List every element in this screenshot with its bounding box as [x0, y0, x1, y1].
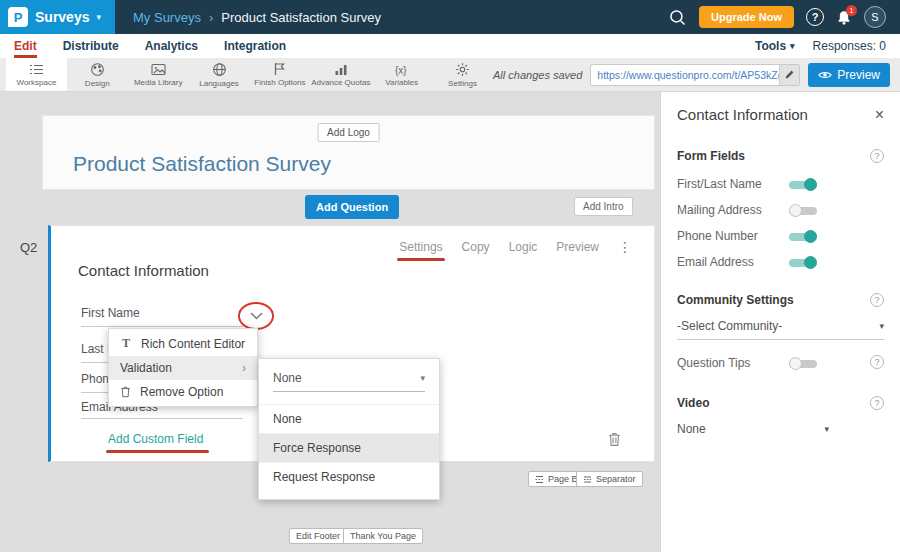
field-first-name-line: [81, 326, 243, 327]
question-number-label: Q2: [20, 240, 37, 255]
phone-number-toggle[interactable]: [789, 230, 817, 243]
toolbar-item-advance-quotas[interactable]: Advance Quotas: [310, 58, 371, 91]
breadcrumb-my-surveys[interactable]: My Surveys: [133, 10, 201, 25]
menu-item-remove-option[interactable]: Remove Option: [109, 380, 257, 404]
validation-option-force-response[interactable]: Force Response: [259, 433, 439, 462]
product-name-label: Surveys: [35, 9, 89, 25]
annotation-settings-underline: [397, 258, 444, 261]
help-icon[interactable]: ?: [870, 396, 884, 410]
toolbar-item-finish-options[interactable]: Finish Options: [250, 58, 311, 91]
question-action-logic[interactable]: Logic: [509, 240, 538, 254]
community-settings-section-header: Community Settings ?: [677, 293, 884, 307]
caret-down-icon: ▾: [420, 374, 425, 383]
sidebar-title: Contact Information: [677, 106, 808, 123]
email-address-toggle[interactable]: [789, 256, 817, 269]
add-custom-field-link[interactable]: Add Custom Field: [108, 432, 203, 446]
tab-integration[interactable]: Integration: [224, 34, 286, 58]
flag-icon: [273, 62, 286, 76]
add-intro-button[interactable]: Add Intro: [574, 197, 633, 216]
validation-option-request-response[interactable]: Request Response: [259, 462, 439, 491]
validation-option-none[interactable]: None: [259, 404, 439, 433]
tools-menu[interactable]: Tools▾: [755, 39, 795, 53]
help-icon[interactable]: ?: [870, 293, 884, 307]
search-icon[interactable]: [668, 8, 687, 27]
tab-distribute[interactable]: Distribute: [63, 34, 119, 58]
toolbar-right: All changes saved https://www.questionpr…: [493, 58, 900, 91]
text-format-icon: T: [120, 336, 132, 351]
toggle-row-phone-number: Phone Number: [677, 223, 884, 249]
field-context-menu: T Rich Content Editor Validation › Remov…: [108, 328, 258, 407]
close-icon[interactable]: ×: [875, 107, 884, 123]
pencil-icon: [784, 69, 795, 80]
toggle-row-email-address: Email Address: [677, 249, 884, 275]
menu-item-validation[interactable]: Validation ›: [109, 356, 257, 380]
help-icon[interactable]: ?: [870, 149, 884, 163]
page-break-icon: [535, 475, 544, 484]
question-action-settings[interactable]: Settings: [399, 240, 442, 254]
breadcrumb-current-survey: Product Satisfaction Survey: [221, 10, 381, 25]
surveys-product-menu[interactable]: P Surveys ▾: [0, 0, 115, 34]
toolbar-item-languages[interactable]: Languages: [189, 58, 250, 91]
svg-text:{x}: {x}: [395, 64, 407, 75]
question-action-preview[interactable]: Preview: [556, 240, 599, 254]
separator-icon: [583, 475, 592, 484]
community-select[interactable]: -Select Community- ▾: [677, 319, 884, 340]
video-select[interactable]: None ▾: [677, 422, 829, 436]
question-actions: Settings Copy Logic Preview ⋮: [399, 239, 632, 255]
caret-down-icon: ▾: [96, 13, 101, 22]
validation-select[interactable]: None ▾: [273, 371, 425, 392]
question-more-menu-icon[interactable]: ⋮: [618, 239, 632, 255]
help-button[interactable]: ?: [806, 8, 824, 26]
caret-down-icon: ▾: [790, 42, 795, 51]
tab-bar-right: Tools▾ Responses: 0: [755, 34, 886, 58]
field-first-name[interactable]: First Name: [81, 306, 140, 320]
field-options-chevron[interactable]: [247, 309, 265, 323]
toolbar-item-design[interactable]: Design: [67, 58, 128, 91]
edit-footer-button[interactable]: Edit Footer: [289, 528, 347, 544]
tab-analytics[interactable]: Analytics: [145, 34, 198, 58]
responses-count: Responses: 0: [813, 39, 886, 53]
caret-down-icon: ▾: [879, 322, 884, 331]
caret-down-icon: ▾: [824, 425, 829, 434]
question-mark-icon: ?: [812, 11, 819, 23]
validation-submenu-panel: None ▾ None Force Response Request Respo…: [258, 358, 440, 500]
user-avatar[interactable]: S: [864, 6, 886, 28]
trash-icon: [608, 432, 621, 447]
toolbar-item-media-library[interactable]: Media Library: [128, 58, 189, 91]
thank-you-page-button[interactable]: Thank You Page: [343, 528, 423, 544]
form-fields-toggle-list: First/Last Name Mailing Address Phone Nu…: [677, 171, 884, 275]
toolbar-item-workspace[interactable]: Workspace: [6, 58, 67, 91]
video-section-header: Video ?: [677, 396, 884, 410]
separator-button[interactable]: Separator: [576, 471, 643, 487]
question-title: Contact Information: [78, 262, 209, 279]
delete-question-button[interactable]: [608, 432, 621, 451]
notifications-button[interactable]: 1: [836, 9, 852, 26]
section-tab-bar: Edit Distribute Analytics Integration To…: [0, 34, 900, 58]
eye-icon: [818, 70, 832, 80]
editor-toolbar: Workspace Design Media Library Languages…: [0, 58, 900, 92]
question-action-copy[interactable]: Copy: [462, 240, 490, 254]
survey-url-input[interactable]: https://www.questionpro.com/t/AP53kZgUI: [591, 69, 779, 81]
menu-item-rich-content-editor[interactable]: T Rich Content Editor: [109, 331, 257, 356]
toolbar-item-settings[interactable]: Settings: [432, 58, 493, 91]
add-logo-button[interactable]: Add Logo: [317, 123, 380, 142]
upgrade-now-button[interactable]: Upgrade Now: [699, 6, 794, 28]
submenu-arrow-icon: ›: [242, 361, 246, 375]
tab-edit[interactable]: Edit: [14, 34, 37, 58]
first-last-name-toggle[interactable]: [789, 178, 817, 191]
globe-icon: [212, 62, 227, 77]
add-question-button[interactable]: Add Question: [305, 195, 399, 219]
toolbar-item-variables[interactable]: {x} Variables: [371, 58, 432, 91]
gear-icon: [455, 62, 470, 77]
question-tips-toggle[interactable]: [789, 357, 817, 370]
mailing-address-toggle[interactable]: [789, 204, 817, 217]
form-fields-section-header: Form Fields ?: [677, 149, 884, 163]
top-bar: P Surveys ▾ My Surveys › Product Satisfa…: [0, 0, 900, 34]
survey-url-box: https://www.questionpro.com/t/AP53kZgUI: [590, 64, 800, 86]
help-icon[interactable]: ?: [870, 355, 884, 369]
annotation-chevron-ellipse: [238, 302, 274, 330]
edit-url-button[interactable]: [779, 65, 799, 85]
toggle-row-first-last-name: First/Last Name: [677, 171, 884, 197]
preview-button[interactable]: Preview: [808, 63, 890, 87]
annotation-add-custom-field-underline: [106, 450, 209, 453]
